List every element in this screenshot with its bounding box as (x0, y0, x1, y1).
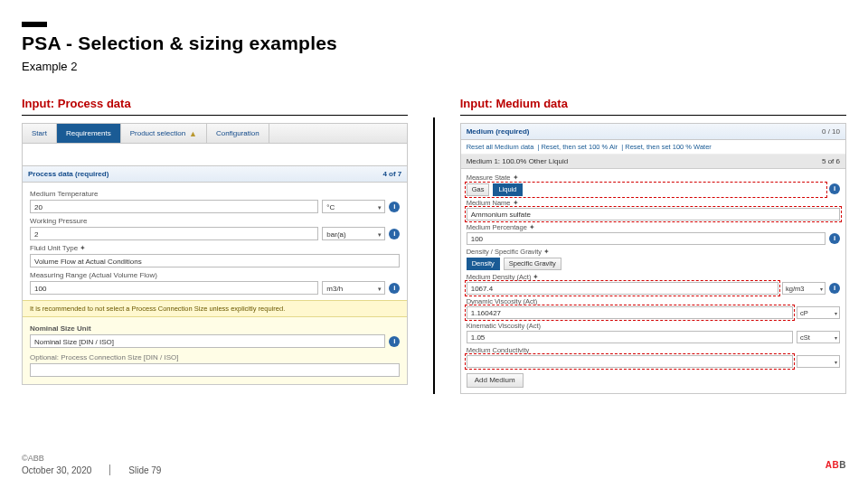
process-section-progress: 4 of 7 (382, 170, 401, 178)
kinematic-viscosity-label: Kinematic Viscosity (Act) (467, 322, 840, 330)
tab-requirements[interactable]: Requirements (57, 124, 121, 143)
medium-panel: Medium (required) 0 / 10 Reset all Mediu… (460, 123, 846, 394)
medium-conductivity-input[interactable] (467, 355, 793, 368)
footer-slide: Slide 79 (128, 465, 161, 475)
nominal-size-select[interactable]: Nominal Size [DIN / ISO] (30, 334, 385, 348)
medium-density-label: Medium Density (Act) ✦ (467, 273, 840, 281)
fluid-unit-label: Fluid Unit Type ✦ (30, 244, 400, 252)
medium-percentage-label: Medium Percentage ✦ (467, 223, 840, 231)
medium-1-bar[interactable]: Medium 1: 100.0% Other Liquid 5 of 6 (461, 155, 845, 169)
medium-conductivity-unit[interactable] (797, 355, 840, 368)
liquid-button[interactable]: Liquid (493, 183, 522, 196)
abb-logo: ABB (826, 460, 846, 470)
logo-black: B (839, 460, 846, 470)
optional-connection-select[interactable] (30, 363, 400, 377)
medium-1-count: 5 of 6 (822, 157, 840, 165)
medium-1-name: Medium 1: 100.0% Other Liquid (467, 157, 569, 165)
left-heading: Input: Process data (22, 97, 408, 110)
dynamic-viscosity-label: Dynamic Viscosity (Act) (467, 297, 840, 305)
medium-name-label: Medium Name ✦ (467, 199, 840, 207)
medium-density-input[interactable]: 1067.4 (467, 282, 778, 295)
add-medium-button[interactable]: Add Medium (467, 373, 524, 388)
measuring-range-input[interactable]: 100 (30, 281, 318, 295)
slide-title: PSA - Selection & sizing examples (22, 33, 846, 54)
left-rule (22, 115, 408, 116)
medium-conductivity-label: Medium Conductivity (467, 346, 840, 354)
info-icon[interactable]: i (829, 283, 840, 294)
wizard-tabs: Start Requirements Product selection▲ Co… (23, 124, 407, 144)
medium-section-header[interactable]: Medium (required) 0 / 10 (461, 124, 845, 140)
info-icon[interactable]: i (389, 283, 400, 294)
kinematic-viscosity-input[interactable]: 1.05 (467, 331, 793, 343)
working-pressure-input[interactable]: 2 (30, 227, 318, 240)
tab-configuration[interactable]: Configuration (207, 124, 269, 143)
header-dash (22, 22, 47, 27)
medium-density-unit[interactable]: kg/m3 (782, 282, 826, 295)
tab-product-label: Product selection (130, 129, 185, 137)
right-heading: Input: Medium data (460, 97, 846, 110)
process-panel: Start Requirements Product selection▲ Co… (22, 123, 408, 385)
measuring-range-unit[interactable]: m3/h (322, 281, 385, 295)
working-pressure-unit[interactable]: bar(a) (322, 227, 385, 240)
medium-temp-label: Medium Temperature (30, 190, 400, 198)
reset-air-link[interactable]: Reset, then set 100 % Air (541, 143, 618, 151)
nominal-title: Nominal Size Unit (30, 324, 400, 333)
footer-date: October 30, 2020 (22, 465, 91, 475)
info-icon[interactable]: i (829, 233, 840, 244)
fluid-unit-select[interactable]: Volume Flow at Actual Conditions (30, 254, 400, 267)
medium-section-count: 0 / 10 (822, 127, 840, 136)
medium-temp-input[interactable]: 20 (30, 200, 318, 213)
kinematic-viscosity-unit[interactable]: cSt (797, 331, 840, 343)
process-section-title: Process data (required) (28, 170, 108, 178)
medium-percentage-input[interactable]: 100 (467, 232, 826, 245)
working-pressure-label: Working Pressure (30, 217, 400, 225)
density-button[interactable]: Density (467, 258, 500, 270)
reset-water-link[interactable]: Reset, then set 100 % Water (625, 143, 712, 151)
slide-subtitle: Example 2 (22, 60, 846, 73)
dynamic-viscosity-input[interactable]: 1.160427 (467, 306, 793, 319)
footer-divider (109, 465, 110, 475)
info-icon[interactable]: i (389, 336, 400, 347)
tab-start[interactable]: Start (23, 124, 57, 143)
reset-all-link[interactable]: Reset all Medium data (467, 143, 534, 151)
density-toggle: Density Specific Gravity (467, 258, 840, 270)
warning-icon: ▲ (189, 129, 197, 138)
info-icon[interactable]: i (389, 229, 400, 239)
logo-red: AB (826, 460, 839, 470)
reset-row: Reset all Medium data | Reset, then set … (461, 140, 845, 155)
process-section-header[interactable]: Process data (required) 4 of 7 (23, 165, 407, 183)
dynamic-viscosity-unit[interactable]: cP (797, 306, 840, 319)
footer: ©ABB October 30, 2020 Slide 79 ABB (22, 454, 846, 475)
column-separator (433, 117, 434, 394)
density-section-label: Density / Specific Gravity ✦ (467, 248, 840, 256)
medium-temp-unit[interactable]: °C (322, 200, 385, 213)
medium-section-title: Medium (required) (467, 127, 530, 136)
specific-gravity-button[interactable]: Specific Gravity (504, 258, 561, 270)
info-icon[interactable]: i (829, 183, 840, 194)
gas-button[interactable]: Gas (467, 183, 490, 196)
nominal-note: It is recommended to not select a Proces… (23, 300, 407, 317)
optional-connection-label: Optional: Process Connection Size [DIN /… (30, 353, 400, 361)
left-column: Input: Process data Start Requirements P… (22, 97, 408, 394)
right-rule (460, 115, 846, 116)
measure-state-toggle: Gas Liquid (467, 183, 826, 196)
measuring-range-label: Measuring Range (Actual Volume Flow) (30, 271, 400, 279)
copyright: ©ABB (22, 454, 161, 463)
right-column: Input: Medium data Medium (required) 0 /… (460, 97, 846, 394)
medium-name-input[interactable]: Ammonium sulfate (467, 208, 840, 221)
info-icon[interactable]: i (389, 202, 400, 212)
measure-state-label: Measure State ✦ (467, 174, 840, 182)
tab-product-selection[interactable]: Product selection▲ (121, 124, 207, 143)
